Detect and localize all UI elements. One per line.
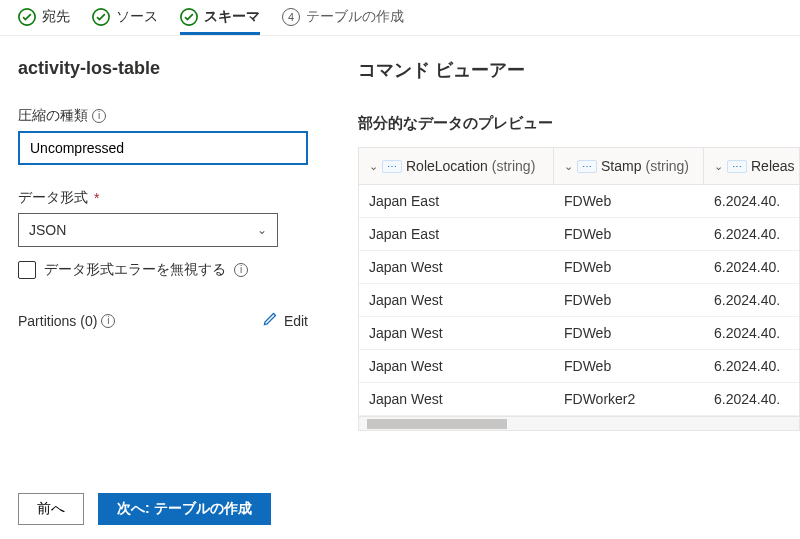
- cell-stamp: FDWeb: [554, 185, 704, 217]
- type-indicator-icon: ⋯: [727, 160, 747, 173]
- col-name: Releas: [751, 158, 795, 174]
- col-type: (string): [492, 158, 536, 174]
- partitions-row: Partitions (0) i Edit: [18, 311, 308, 330]
- column-header-rolelocation[interactable]: ⌄ ⋯ RoleLocation (string): [359, 148, 554, 184]
- cell-stamp: FDWeb: [554, 350, 704, 382]
- step-destination[interactable]: 宛先: [18, 8, 70, 35]
- table-name-heading: activity-los-table: [18, 58, 328, 79]
- cell-stamp: FDWeb: [554, 284, 704, 316]
- table-body: Japan EastFDWeb6.2024.40.Japan EastFDWeb…: [359, 185, 799, 416]
- next-button[interactable]: 次へ: テーブルの作成: [98, 493, 271, 525]
- partitions-label: Partitions (0): [18, 313, 97, 329]
- cell-rolelocation: Japan East: [359, 185, 554, 217]
- step-schema[interactable]: スキーマ: [180, 8, 260, 35]
- info-icon[interactable]: i: [101, 314, 115, 328]
- step-source[interactable]: ソース: [92, 8, 158, 35]
- cell-rolelocation: Japan East: [359, 218, 554, 250]
- format-label: データ形式: [18, 189, 88, 207]
- col-name: Stamp: [601, 158, 641, 174]
- cell-stamp: FDWorker2: [554, 383, 704, 415]
- cell-stamp: FDWeb: [554, 218, 704, 250]
- step-label: テーブルの作成: [306, 8, 404, 26]
- chevron-down-icon: ⌄: [564, 160, 573, 173]
- step-number-icon: 4: [282, 8, 300, 26]
- table-row[interactable]: Japan WestFDWeb6.2024.40.: [359, 317, 799, 350]
- required-mark: *: [94, 190, 99, 206]
- cell-release: 6.2024.40.: [704, 350, 794, 382]
- table-row[interactable]: Japan WestFDWeb6.2024.40.: [359, 350, 799, 383]
- table-row[interactable]: Japan WestFDWeb6.2024.40.: [359, 251, 799, 284]
- step-label: ソース: [116, 8, 158, 26]
- cell-stamp: FDWeb: [554, 251, 704, 283]
- cell-rolelocation: Japan West: [359, 251, 554, 283]
- left-panel: activity-los-table 圧縮の種類 i データ形式* JSON ⌄…: [18, 54, 358, 431]
- stepper: 宛先 ソース スキーマ 4 テーブルの作成: [0, 0, 800, 36]
- right-panel: コマンド ビューアー 部分的なデータのプレビュー ⌄ ⋯ RoleLocatio…: [358, 54, 800, 431]
- cell-rolelocation: Japan West: [359, 383, 554, 415]
- format-select[interactable]: JSON ⌄: [18, 213, 278, 247]
- table-row[interactable]: Japan EastFDWeb6.2024.40.: [359, 218, 799, 251]
- compression-field: 圧縮の種類 i: [18, 107, 328, 165]
- footer: 前へ 次へ: テーブルの作成: [18, 493, 271, 525]
- chevron-down-icon: ⌄: [369, 160, 378, 173]
- col-type: (string): [645, 158, 689, 174]
- edit-label: Edit: [284, 313, 308, 329]
- table-row[interactable]: Japan WestFDWeb6.2024.40.: [359, 284, 799, 317]
- cell-release: 6.2024.40.: [704, 251, 794, 283]
- cell-release: 6.2024.40.: [704, 218, 794, 250]
- data-preview-table: ⌄ ⋯ RoleLocation (string) ⌄ ⋯ Stamp (str…: [358, 147, 800, 431]
- check-icon: [18, 8, 36, 26]
- pencil-icon: [262, 311, 278, 330]
- table-row[interactable]: Japan EastFDWeb6.2024.40.: [359, 185, 799, 218]
- chevron-down-icon: ⌄: [257, 223, 267, 237]
- table-row[interactable]: Japan WestFDWorker26.2024.40.: [359, 383, 799, 416]
- cell-release: 6.2024.40.: [704, 317, 794, 349]
- cell-stamp: FDWeb: [554, 317, 704, 349]
- step-label: 宛先: [42, 8, 70, 26]
- command-viewer-title: コマンド ビューアー: [358, 58, 800, 82]
- info-icon[interactable]: i: [234, 263, 248, 277]
- format-value: JSON: [29, 222, 66, 238]
- cell-release: 6.2024.40.: [704, 383, 794, 415]
- ignore-errors-label: データ形式エラーを無視する: [44, 261, 226, 279]
- cell-rolelocation: Japan West: [359, 350, 554, 382]
- scrollbar-thumb[interactable]: [367, 419, 507, 429]
- partitions-edit-link[interactable]: Edit: [262, 311, 308, 330]
- cell-release: 6.2024.40.: [704, 284, 794, 316]
- compression-label: 圧縮の種類: [18, 107, 88, 125]
- type-indicator-icon: ⋯: [382, 160, 402, 173]
- cell-release: 6.2024.40.: [704, 185, 794, 217]
- column-header-stamp[interactable]: ⌄ ⋯ Stamp (string): [554, 148, 704, 184]
- ignore-errors-checkbox[interactable]: [18, 261, 36, 279]
- info-icon[interactable]: i: [92, 109, 106, 123]
- chevron-down-icon: ⌄: [714, 160, 723, 173]
- compression-input[interactable]: [18, 131, 308, 165]
- horizontal-scrollbar[interactable]: [359, 416, 799, 430]
- format-field: データ形式* JSON ⌄ データ形式エラーを無視する i: [18, 189, 328, 279]
- table-header: ⌄ ⋯ RoleLocation (string) ⌄ ⋯ Stamp (str…: [359, 148, 799, 185]
- column-header-release[interactable]: ⌄ ⋯ Releas: [704, 148, 794, 184]
- back-button[interactable]: 前へ: [18, 493, 84, 525]
- preview-title: 部分的なデータのプレビュー: [358, 114, 800, 133]
- cell-rolelocation: Japan West: [359, 284, 554, 316]
- check-icon: [92, 8, 110, 26]
- type-indicator-icon: ⋯: [577, 160, 597, 173]
- check-icon: [180, 8, 198, 26]
- step-create-table[interactable]: 4 テーブルの作成: [282, 8, 404, 35]
- cell-rolelocation: Japan West: [359, 317, 554, 349]
- step-label: スキーマ: [204, 8, 260, 26]
- col-name: RoleLocation: [406, 158, 488, 174]
